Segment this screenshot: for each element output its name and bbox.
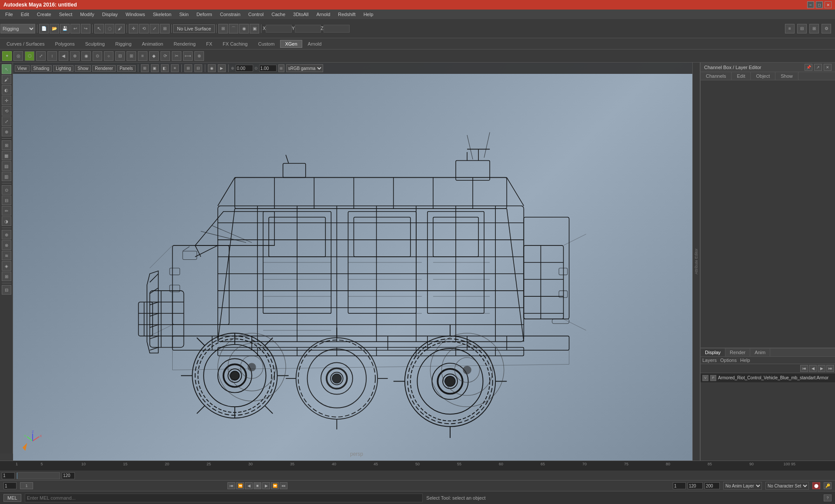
menu-constrain[interactable]: Constrain [217,11,244,18]
le-menu-layers[interactable]: Layers [702,358,717,363]
paint-effects-sidebar[interactable]: ⊙ [2,185,11,195]
menu-file[interactable]: File [2,11,17,18]
tab-rendering[interactable]: Rendering [169,40,200,48]
show-menu[interactable]: Show [75,65,91,72]
tab-fx[interactable]: FX [201,40,217,48]
snap-view-button[interactable]: ▣ [250,24,259,33]
tab-show[interactable]: Show [775,72,798,80]
menu-skeleton[interactable]: Skeleton [149,11,175,18]
command-input[interactable] [25,494,423,502]
le-back[interactable]: ◀ [809,365,817,372]
new-scene-button[interactable]: 📄 [39,24,49,33]
attribute-editor-toggle[interactable]: ⊞ [809,24,819,33]
xgen-tool-2[interactable]: ◎ [13,51,23,61]
menu-edit[interactable]: Edit [17,11,33,18]
close-button[interactable]: ✕ [825,1,832,8]
misc4-sidebar[interactable]: ◈ [2,261,11,271]
ipr-sidebar[interactable]: ▥ [2,172,11,181]
select-tool-sidebar[interactable]: ↖ [2,64,11,74]
mel-label[interactable]: MEL [3,494,21,502]
menu-redshift[interactable]: Redshift [334,11,359,18]
xgen-tool-9[interactable]: ⊙ [93,51,102,61]
layer-visibility-toggle[interactable]: V [702,375,708,381]
coord-x-input[interactable] [266,25,292,33]
undo-button[interactable]: ↩ [70,24,80,33]
menu-windows[interactable]: Windows [122,11,149,18]
timeline-ruler[interactable]: 1 5 10 15 20 25 30 35 40 45 50 55 60 65 … [0,461,835,471]
xgen-tool-8[interactable]: ◉ [81,51,91,61]
save-button[interactable]: 💾 [60,24,70,33]
play-back-button[interactable]: ◀ [245,482,253,489]
anim-layer-dropdown[interactable]: No Anim Layer [723,482,762,490]
colorspace-toggle[interactable]: ⊟ [278,64,284,72]
layer-playback-toggle[interactable]: P [710,375,716,381]
rotate-tool-sidebar[interactable]: ⟲ [2,106,11,116]
xgen-tool-15[interactable]: ⟳ [160,51,170,61]
le-menu-help[interactable]: Help [740,358,750,363]
channel-box-close[interactable]: ✕ [824,64,832,71]
maximize-button[interactable]: □ [816,1,823,8]
texture-toggle[interactable]: ◧ [161,64,169,72]
anim-end-input[interactable]: 120 [688,482,703,489]
shading-menu[interactable]: Shading [31,65,52,72]
tab-rigging[interactable]: Rigging [110,40,136,48]
misc3-sidebar[interactable]: ≋ [2,251,11,260]
go-to-start-button[interactable]: ⏮ [227,482,235,489]
xgen-tool-17[interactable]: ⟼ [183,51,193,61]
xgen-tool-7[interactable]: ⊕ [70,51,80,61]
menu-arnold[interactable]: Arnold [313,11,334,18]
redo-button[interactable]: ↪ [81,24,90,33]
paint-tool-sidebar[interactable]: 🖌 [2,75,11,84]
main-viewport[interactable]: View Shading Lighting Show Renderer Pane… [13,63,700,461]
step-back-button[interactable]: ⏪ [236,482,244,489]
timeline-end-frame-display[interactable] [62,472,75,479]
xgen-tool-16[interactable]: ✂ [172,51,181,61]
wireframe-toggle[interactable]: ⊞ [141,64,149,72]
smooth-toggle[interactable]: ▣ [151,64,159,72]
title-bar-controls[interactable]: − □ ✕ [807,1,832,8]
menu-deform[interactable]: Deform [193,11,216,18]
tab-sculpting[interactable]: Sculpting [80,40,110,48]
show-manip-sidebar[interactable]: ⊕ [2,127,11,136]
tab-fx-caching[interactable]: FX Caching [218,40,252,48]
render-vp[interactable]: ▶ [218,64,226,72]
snap-curve-button[interactable]: ⌒ [229,24,238,33]
tab-xgen[interactable]: XGen [280,40,302,48]
menu-display[interactable]: Display [99,11,121,18]
coord-z-input[interactable] [324,25,350,33]
auto-key-button[interactable]: ⬤ [812,482,820,489]
channel-box-pin[interactable]: 📌 [805,64,812,71]
xgen-tool-5[interactable]: ↕ [47,51,57,61]
misc2-sidebar[interactable]: ⊗ [2,240,11,250]
menu-skin[interactable]: Skin [176,11,192,18]
tab-custom[interactable]: Custom [254,40,280,48]
view-menu[interactable]: View [15,65,30,72]
sculpt-tool-sidebar[interactable]: ◐ [2,85,11,95]
menu-modify[interactable]: Modify [77,11,97,18]
coord-y-input[interactable] [295,25,321,33]
anim-start-input[interactable] [673,482,686,489]
range-end-input[interactable]: 200 [705,482,720,489]
menu-select[interactable]: Select [56,11,76,18]
exposure-value[interactable]: 0.00 [236,65,253,72]
tab-arnold[interactable]: Arnold [303,40,327,48]
menu-3dtall[interactable]: 3DtoAll [290,11,312,18]
frame-check[interactable]: 1 [20,482,33,489]
xgen-tool-1[interactable]: ✦ [2,51,12,61]
misc1-sidebar[interactable]: ⊕ [2,230,11,239]
grid-toggle[interactable]: ⊞ [184,64,192,72]
snap-grid-button[interactable]: ⊞ [218,24,228,33]
isolate-toggle[interactable]: ◉ [208,64,216,72]
grease-pencil-sidebar[interactable]: ✏ [2,206,11,216]
tab-curves-surfaces[interactable]: Curves / Surfaces [2,40,49,48]
menu-control[interactable]: Control [245,11,267,18]
channel-box-toggle[interactable]: ≡ [785,24,795,33]
xgen-tool-11[interactable]: ⊟ [115,51,125,61]
menu-cache[interactable]: Cache [268,11,289,18]
current-frame-input[interactable]: 1 [3,482,17,489]
render-sidebar[interactable]: ▦ [2,151,11,160]
le-tab-anim[interactable]: Anim [750,348,770,356]
tab-polygons[interactable]: Polygons [50,40,79,48]
xgen-tool-14[interactable]: ◆ [149,51,159,61]
minimize-button[interactable]: − [807,1,814,8]
